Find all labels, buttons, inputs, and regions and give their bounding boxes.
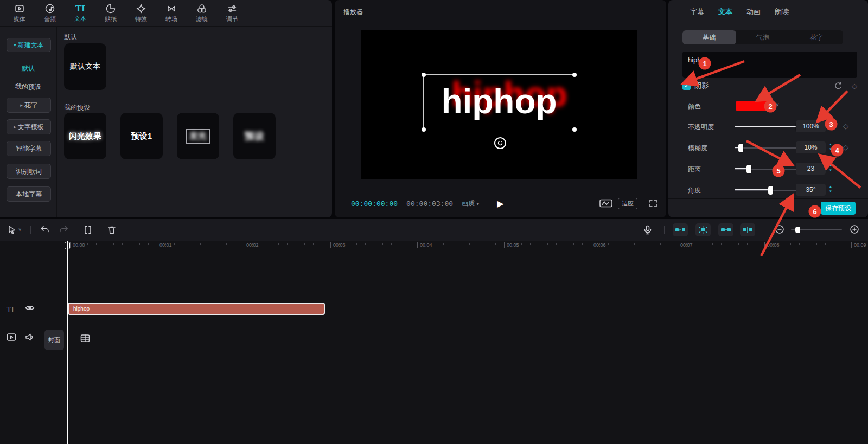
keyframe-diamond-icon[interactable]: ◇: [843, 122, 848, 130]
distance-value[interactable]: 23: [796, 163, 826, 175]
shadow-color-row: 颜色 ˅: [682, 100, 857, 113]
toolbar-filter[interactable]: 滤镜: [187, 0, 217, 26]
opacity-row: 不透明度 100% ▲▼ ◇: [682, 120, 857, 133]
time-ruler[interactable]: 00:00 00:01 00:02 00:03 00:04 00:05 00:0…: [0, 241, 868, 250]
cursor-tool-caret-icon[interactable]: ˅: [18, 227, 21, 233]
filter-icon: [196, 3, 207, 14]
distance-row: 距离 23 ▲▼: [682, 163, 857, 176]
sidebar-item-local-subtitle[interactable]: 本地字幕: [7, 186, 51, 202]
sidebar-item-smart-subtitle[interactable]: 智能字幕: [7, 141, 51, 156]
sidebar-item-fancy-text[interactable]: ▸ 花字: [7, 98, 51, 113]
color-swatch[interactable]: [736, 101, 772, 111]
angle-row: 角度 35° ▲▼: [682, 184, 857, 197]
quality-dropdown[interactable]: 画质 ▾: [462, 199, 479, 208]
text-icon: TI: [75, 4, 85, 14]
caret-right-icon: ▸: [14, 124, 16, 130]
selection-handle-bl[interactable]: [422, 127, 426, 132]
shadow-checkbox[interactable]: ✓: [682, 82, 691, 90]
blur-value[interactable]: 10%: [796, 141, 826, 153]
reset-icon[interactable]: [834, 82, 842, 90]
cursor-tool-icon[interactable]: [7, 224, 17, 235]
toolbar-adjust[interactable]: 调节: [217, 0, 247, 26]
undo-icon[interactable]: [39, 224, 50, 235]
tab-text[interactable]: 文本: [718, 7, 732, 17]
opacity-stepper[interactable]: ▲▼: [829, 121, 832, 131]
subtab-bubble[interactable]: 气泡: [736, 30, 790, 44]
effects-star-icon: [136, 3, 146, 14]
redo-icon[interactable]: [59, 224, 69, 235]
selection-box[interactable]: [423, 74, 575, 130]
sidebar-item-default[interactable]: 默认: [7, 62, 50, 75]
fit-button[interactable]: 适应: [618, 198, 637, 209]
play-button[interactable]: ▶: [497, 198, 503, 209]
playhead-handle[interactable]: [65, 242, 70, 249]
preset-grid: 默认 默认文本 我的预设 闪光效果 预设1 发光 预设: [56, 26, 332, 217]
distance-slider-thumb[interactable]: [746, 165, 751, 173]
subtab-basic[interactable]: 基础: [682, 30, 736, 44]
toolbar-effects[interactable]: 特效: [126, 0, 156, 26]
selection-handle-tl[interactable]: [422, 73, 426, 77]
toolbar-text[interactable]: TI 文本: [65, 0, 95, 26]
angle-slider[interactable]: [735, 189, 801, 191]
opacity-value[interactable]: 100%: [796, 120, 826, 132]
blur-slider-thumb[interactable]: [738, 144, 743, 152]
zoom-slider-thumb[interactable]: [795, 227, 800, 233]
subtab-fancy[interactable]: 花字: [789, 30, 843, 44]
keyframe-diamond-icon[interactable]: ◇: [852, 82, 857, 90]
tab-animation[interactable]: 动画: [746, 7, 761, 17]
chevron-down-icon: ˅: [776, 102, 779, 108]
angle-stepper[interactable]: ▲▼: [829, 184, 832, 194]
waveform-toggle-icon[interactable]: [599, 199, 612, 208]
distance-slider[interactable]: [735, 168, 801, 170]
track-visibility-eye-icon[interactable]: [25, 304, 35, 312]
zoom-in-icon[interactable]: [850, 224, 859, 234]
tab-read-aloud[interactable]: 朗读: [775, 7, 789, 17]
timeline-zoom-slider[interactable]: [791, 229, 842, 230]
blur-slider[interactable]: [735, 147, 801, 149]
ruler-label: 00:09: [851, 242, 866, 248]
main-track-magnet-icon[interactable]: [673, 223, 688, 236]
toolbar-sticker[interactable]: 贴纸: [95, 0, 126, 26]
rotate-handle-icon[interactable]: [494, 137, 506, 149]
toolbar-media[interactable]: 媒体: [4, 0, 35, 26]
main-toolbar: 媒体 音频 TI 文本 贴纸 特效 转场 滤镜 调节: [0, 0, 332, 27]
fullscreen-icon[interactable]: [649, 199, 658, 208]
selection-handle-tr[interactable]: [572, 73, 577, 77]
zoom-out-icon[interactable]: [775, 224, 784, 234]
blur-stepper[interactable]: ▲▼: [829, 142, 832, 152]
media-library-panel: 媒体 音频 TI 文本 贴纸 特效 转场 滤镜 调节: [0, 0, 332, 217]
track-mute-speaker-icon[interactable]: [25, 333, 35, 342]
preset-card-flash[interactable]: 闪光效果: [64, 113, 106, 159]
preset-card-1[interactable]: 预设1: [120, 113, 163, 159]
save-preset-button[interactable]: 保存预设: [821, 202, 856, 215]
preview-canvas[interactable]: hiphop: [361, 30, 637, 179]
split-icon[interactable]: [82, 224, 93, 235]
playhead[interactable]: [67, 241, 68, 444]
auto-snap-icon[interactable]: [695, 223, 711, 236]
preview-axis-icon[interactable]: [740, 223, 755, 236]
ruler-label: 00:05: [504, 242, 519, 248]
cover-button[interactable]: 封面: [44, 330, 64, 350]
angle-value[interactable]: 35°: [796, 184, 826, 196]
preset-card-glow-box[interactable]: 发光: [177, 113, 219, 159]
delete-icon[interactable]: [106, 224, 117, 235]
sidebar-item-my-presets[interactable]: 我的预设: [7, 80, 50, 93]
selection-handle-br[interactable]: [572, 127, 577, 132]
sidebar-item-recognize-lyrics[interactable]: 识别歌词: [7, 164, 51, 179]
toolbar-audio[interactable]: 音频: [35, 0, 65, 26]
record-voiceover-icon[interactable]: [642, 224, 653, 235]
opacity-slider[interactable]: [735, 126, 801, 128]
timeline-text-clip[interactable]: hiphop: [68, 303, 325, 315]
distance-stepper[interactable]: ▲▼: [829, 163, 832, 173]
keyframe-diamond-icon[interactable]: ◇: [843, 143, 848, 151]
tab-subtitle[interactable]: 字幕: [690, 7, 704, 17]
preset-card-blur[interactable]: 预设: [233, 113, 276, 159]
transition-icon: [166, 3, 177, 14]
angle-slider-thumb[interactable]: [768, 186, 773, 195]
toolbar-transition[interactable]: 转场: [156, 0, 187, 26]
sidebar-item-text-template[interactable]: ▸ 文字模板: [7, 119, 51, 134]
text-content-input[interactable]: hiphop: [682, 52, 857, 78]
linkage-icon[interactable]: [718, 223, 733, 236]
preset-card-default-text[interactable]: 默认文本: [64, 43, 106, 90]
sidebar-item-new-text[interactable]: ▾ 新建文本: [7, 38, 51, 52]
